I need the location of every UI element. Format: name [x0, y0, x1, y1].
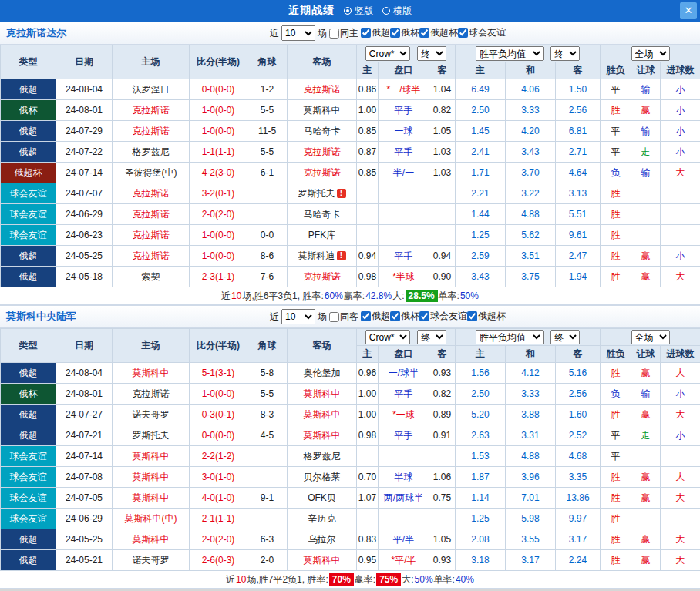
team-link[interactable]: 格罗兹尼: [304, 451, 341, 462]
team-name-header: 莫斯科中央陆军: [6, 310, 76, 324]
odds-type-select[interactable]: 胜平负均值: [476, 46, 544, 61]
team-link[interactable]: 莫斯科中: [304, 388, 341, 399]
same-venue-filter[interactable]: 同客: [329, 311, 358, 324]
team-link[interactable]: 马哈奇卡: [304, 126, 341, 136]
team-link[interactable]: 莫斯科中: [304, 430, 341, 441]
league-checkbox[interactable]: [419, 311, 429, 321]
ah-time-select[interactable]: 终: [417, 46, 446, 61]
odds-time-select[interactable]: 终: [550, 46, 580, 61]
team-link[interactable]: 莫斯科中: [133, 492, 170, 503]
team-link[interactable]: 莫斯科中: [304, 555, 341, 566]
ah-line: 平/半: [379, 529, 429, 550]
layout-radio-vertical[interactable]: 竖版: [344, 5, 373, 18]
team-link[interactable]: 莫斯科中: [133, 472, 170, 482]
league-filter[interactable]: 俄超杯: [467, 310, 506, 323]
result-handicap: 赢: [631, 405, 661, 425]
same-venue-checkbox[interactable]: [329, 312, 339, 322]
score-cell: 2-6(0-3): [190, 550, 247, 571]
lineup-warning-icon[interactable]: !: [337, 251, 346, 260]
team-link[interactable]: 克拉斯诺: [304, 167, 341, 178]
team-link[interactable]: 莫斯科中: [133, 534, 170, 545]
team-link[interactable]: 克拉斯诺: [304, 271, 341, 282]
results-table: 类型 日期 主场 比分(半场) 角球 客场 Crow* 终 胜平负均值 终: [0, 45, 700, 287]
team-link[interactable]: 莫斯科中: [304, 105, 341, 116]
league-checkbox[interactable]: [458, 28, 468, 38]
league-filter[interactable]: 球会友谊: [458, 26, 506, 39]
team-link[interactable]: 克拉斯诺: [304, 84, 341, 95]
team-link[interactable]: 罗斯托夫: [298, 188, 335, 199]
league-filter[interactable]: 俄超: [361, 310, 390, 323]
odds-time-select[interactable]: 终: [550, 330, 580, 344]
result-scope-select[interactable]: 全场: [631, 330, 670, 344]
team-link[interactable]: 奥伦堡加: [304, 368, 341, 378]
match-count-select[interactable]: 10: [281, 25, 315, 41]
team-link[interactable]: PFK库: [308, 230, 335, 240]
team-link[interactable]: 莫斯科中: [133, 368, 170, 378]
ah-company-select[interactable]: Crow*: [365, 330, 410, 344]
team-link[interactable]: 莫斯科中(中): [125, 513, 177, 524]
league-filter[interactable]: 俄超杯: [419, 26, 458, 39]
match-count-select[interactable]: 10: [281, 309, 315, 324]
team-link[interactable]: 辛历克: [308, 513, 336, 524]
team-link[interactable]: 沃罗涅日: [133, 84, 170, 95]
league-filter[interactable]: 俄杯: [390, 310, 419, 323]
team-link[interactable]: 莫斯科迪: [298, 250, 335, 261]
team-link[interactable]: 克拉斯诺: [133, 105, 170, 116]
league-filter[interactable]: 俄杯: [390, 26, 419, 39]
horizontal-layout-label: 横版: [393, 5, 412, 18]
league-checkbox[interactable]: [390, 311, 400, 321]
league-checkbox[interactable]: [361, 311, 371, 321]
vertical-layout-label: 竖版: [355, 5, 373, 18]
team-link[interactable]: 诺夫哥罗: [133, 555, 170, 566]
ah-company-select[interactable]: Crow*: [365, 46, 410, 61]
team-link[interactable]: 圣彼得堡(中): [125, 167, 177, 178]
team-link[interactable]: 乌拉尔: [308, 534, 336, 545]
match-date: 24-08-01: [56, 384, 113, 405]
team-link[interactable]: 格罗兹尼: [133, 146, 170, 157]
team-link[interactable]: 罗斯托夫: [133, 430, 170, 441]
league-checkbox[interactable]: [390, 28, 400, 38]
league-filter[interactable]: 俄超: [361, 26, 390, 39]
team-link[interactable]: 贝尔格莱: [304, 472, 341, 482]
close-button[interactable]: ✕: [680, 2, 697, 19]
summary-segment: 50%: [415, 574, 433, 585]
odds-home: 2.50: [456, 100, 506, 121]
away-team-cell: 克拉斯诺: [288, 267, 357, 287]
match-row: 俄杯24-08-01克拉斯诺1-0(0-0)5-5莫斯科中1.00平手0.822…: [1, 384, 700, 405]
ah-time-select[interactable]: 终: [417, 330, 446, 344]
lineup-warning-icon[interactable]: !: [337, 189, 346, 198]
team-link[interactable]: 莫斯科中: [133, 451, 170, 462]
odds-home: 3.18: [456, 550, 506, 571]
team-link[interactable]: 索契: [142, 271, 160, 282]
team-link[interactable]: 克拉斯诺: [133, 126, 170, 136]
same-venue-checkbox[interactable]: [329, 29, 339, 39]
league-checkbox[interactable]: [419, 28, 429, 38]
odds-away: 3.13: [556, 183, 601, 204]
same-venue-filter[interactable]: 同主: [329, 27, 358, 40]
sub-header-ah-line: 盘口: [379, 346, 429, 363]
league-checkbox[interactable]: [467, 311, 477, 321]
filter-bar: 近 10 场 同客 俄超俄杯球会友谊俄超杯: [270, 309, 506, 324]
result-scope-select[interactable]: 全场: [631, 46, 670, 61]
result-wdl: 胜: [601, 267, 631, 287]
match-row: 俄超24-05-25克拉斯诺1-0(0-0)8-6莫斯科迪!0.94平手0.94…: [1, 246, 700, 267]
layout-radio-horizontal[interactable]: 横版: [382, 5, 412, 18]
team-link[interactable]: 莫斯科中: [304, 409, 341, 420]
result-overunder: 大: [661, 163, 700, 183]
team-link[interactable]: 克拉斯诺: [133, 230, 170, 240]
team-link[interactable]: 马哈奇卡: [304, 209, 341, 220]
league-checkbox[interactable]: [361, 28, 371, 38]
league-filter[interactable]: 球会友谊: [419, 310, 467, 323]
match-date: 24-07-08: [56, 467, 113, 488]
team-link[interactable]: 克拉斯诺: [133, 250, 170, 261]
team-link[interactable]: 克拉斯诺: [133, 209, 170, 220]
odds-home: 5.20: [456, 405, 506, 425]
odds-home: 1.45: [456, 121, 506, 142]
team-link[interactable]: 克拉斯诺: [133, 388, 170, 399]
team-link[interactable]: 克拉斯诺: [133, 188, 170, 199]
team-link[interactable]: OFK贝: [308, 492, 336, 503]
team-link[interactable]: 诺夫哥罗: [133, 409, 170, 420]
ah-home-odds: 0.85: [357, 163, 379, 183]
team-link[interactable]: 克拉斯诺: [304, 146, 341, 157]
odds-type-select[interactable]: 胜平负均值: [476, 330, 544, 344]
